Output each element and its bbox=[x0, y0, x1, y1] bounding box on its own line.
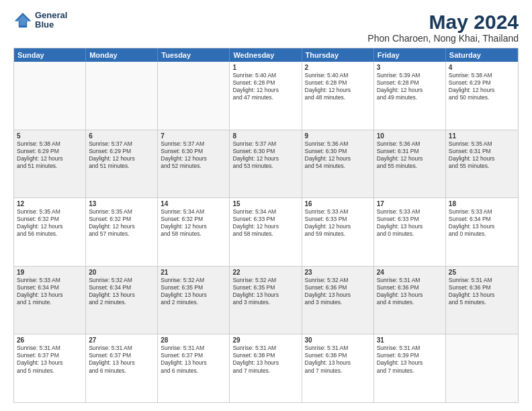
calendar: Sunday Monday Tuesday Wednesday Thursday… bbox=[13, 48, 519, 403]
day-number: 4 bbox=[449, 64, 515, 71]
cell-text: Sunrise: 5:32 AM Sunset: 6:34 PM Dayligh… bbox=[89, 277, 154, 306]
cell-text: Sunrise: 5:35 AM Sunset: 6:31 PM Dayligh… bbox=[449, 140, 515, 170]
day-number: 9 bbox=[305, 132, 371, 140]
calendar-row-1: 5Sunrise: 5:38 AM Sunset: 6:29 PM Daylig… bbox=[14, 130, 518, 198]
cell-text: Sunrise: 5:31 AM Sunset: 6:37 PM Dayligh… bbox=[161, 345, 226, 374]
cell-text: Sunrise: 5:32 AM Sunset: 6:36 PM Dayligh… bbox=[305, 277, 371, 306]
calendar-cell: 28Sunrise: 5:31 AM Sunset: 6:37 PM Dayli… bbox=[158, 334, 230, 402]
calendar-cell: 3Sunrise: 5:39 AM Sunset: 6:28 PM Daylig… bbox=[374, 62, 446, 130]
calendar-cell: 23Sunrise: 5:32 AM Sunset: 6:36 PM Dayli… bbox=[302, 267, 374, 334]
cell-text: Sunrise: 5:31 AM Sunset: 6:36 PM Dayligh… bbox=[377, 277, 443, 306]
calendar-cell: 10Sunrise: 5:36 AM Sunset: 6:31 PM Dayli… bbox=[374, 130, 446, 198]
header-monday: Monday bbox=[86, 48, 158, 62]
cell-text: Sunrise: 5:31 AM Sunset: 6:37 PM Dayligh… bbox=[17, 345, 83, 374]
calendar-cell: 1Sunrise: 5:40 AM Sunset: 6:28 PM Daylig… bbox=[230, 62, 302, 130]
cell-text: Sunrise: 5:38 AM Sunset: 6:29 PM Dayligh… bbox=[449, 72, 515, 101]
cell-text: Sunrise: 5:34 AM Sunset: 6:33 PM Dayligh… bbox=[232, 208, 298, 238]
calendar-cell: 9Sunrise: 5:36 AM Sunset: 6:30 PM Daylig… bbox=[302, 130, 374, 198]
calendar-row-2: 12Sunrise: 5:35 AM Sunset: 6:32 PM Dayli… bbox=[14, 197, 518, 266]
calendar-cell: 31Sunrise: 5:31 AM Sunset: 6:39 PM Dayli… bbox=[374, 334, 446, 402]
day-number: 20 bbox=[89, 269, 154, 276]
cell-text: Sunrise: 5:33 AM Sunset: 6:33 PM Dayligh… bbox=[377, 208, 443, 238]
cell-text: Sunrise: 5:32 AM Sunset: 6:35 PM Dayligh… bbox=[161, 277, 226, 306]
day-number: 3 bbox=[377, 64, 443, 71]
calendar-cell: 7Sunrise: 5:37 AM Sunset: 6:30 PM Daylig… bbox=[158, 130, 230, 198]
cell-text: Sunrise: 5:37 AM Sunset: 6:29 PM Dayligh… bbox=[89, 140, 154, 170]
calendar-body: 1Sunrise: 5:40 AM Sunset: 6:28 PM Daylig… bbox=[14, 62, 518, 402]
calendar-cell: 5Sunrise: 5:38 AM Sunset: 6:29 PM Daylig… bbox=[14, 130, 86, 198]
cell-text: Sunrise: 5:36 AM Sunset: 6:30 PM Dayligh… bbox=[305, 140, 371, 170]
calendar-row-3: 19Sunrise: 5:33 AM Sunset: 6:34 PM Dayli… bbox=[14, 266, 518, 334]
cell-text: Sunrise: 5:37 AM Sunset: 6:30 PM Dayligh… bbox=[232, 140, 298, 170]
calendar-cell: 14Sunrise: 5:34 AM Sunset: 6:32 PM Dayli… bbox=[158, 198, 230, 266]
calendar-cell: 20Sunrise: 5:32 AM Sunset: 6:34 PM Dayli… bbox=[86, 267, 158, 334]
cell-text: Sunrise: 5:31 AM Sunset: 6:37 PM Dayligh… bbox=[89, 345, 154, 374]
day-number: 21 bbox=[161, 269, 226, 276]
cell-text: Sunrise: 5:39 AM Sunset: 6:28 PM Dayligh… bbox=[377, 72, 443, 101]
logo: General Blue bbox=[13, 11, 67, 30]
day-number: 18 bbox=[449, 200, 515, 208]
day-number: 10 bbox=[377, 132, 443, 140]
calendar-cell: 29Sunrise: 5:31 AM Sunset: 6:38 PM Dayli… bbox=[230, 334, 302, 402]
cell-text: Sunrise: 5:35 AM Sunset: 6:32 PM Dayligh… bbox=[89, 208, 154, 238]
calendar-cell: 17Sunrise: 5:33 AM Sunset: 6:33 PM Dayli… bbox=[374, 198, 446, 266]
cell-text: Sunrise: 5:31 AM Sunset: 6:38 PM Dayligh… bbox=[232, 345, 298, 374]
cell-text: Sunrise: 5:34 AM Sunset: 6:32 PM Dayligh… bbox=[161, 208, 226, 238]
calendar-cell: 13Sunrise: 5:35 AM Sunset: 6:32 PM Dayli… bbox=[86, 198, 158, 266]
day-number: 27 bbox=[89, 336, 154, 344]
logo-icon bbox=[13, 11, 32, 30]
calendar-cell: 22Sunrise: 5:32 AM Sunset: 6:35 PM Dayli… bbox=[230, 267, 302, 334]
cell-text: Sunrise: 5:38 AM Sunset: 6:29 PM Dayligh… bbox=[17, 140, 83, 170]
cell-text: Sunrise: 5:40 AM Sunset: 6:28 PM Dayligh… bbox=[305, 72, 371, 101]
day-number: 13 bbox=[89, 200, 154, 208]
cell-text: Sunrise: 5:35 AM Sunset: 6:32 PM Dayligh… bbox=[17, 208, 83, 238]
header: General Blue May 2024 Phon Charoen, Nong… bbox=[13, 11, 519, 44]
calendar-cell: 2Sunrise: 5:40 AM Sunset: 6:28 PM Daylig… bbox=[302, 62, 374, 130]
day-number: 15 bbox=[232, 200, 298, 208]
cell-text: Sunrise: 5:33 AM Sunset: 6:33 PM Dayligh… bbox=[305, 208, 371, 238]
cell-text: Sunrise: 5:32 AM Sunset: 6:35 PM Dayligh… bbox=[232, 277, 298, 306]
calendar-cell: 12Sunrise: 5:35 AM Sunset: 6:32 PM Dayli… bbox=[14, 198, 86, 266]
calendar-cell: 30Sunrise: 5:31 AM Sunset: 6:38 PM Dayli… bbox=[302, 334, 374, 402]
logo-text: General Blue bbox=[35, 11, 67, 30]
day-number: 6 bbox=[89, 132, 154, 140]
calendar-row-4: 26Sunrise: 5:31 AM Sunset: 6:37 PM Dayli… bbox=[14, 334, 518, 402]
day-number: 30 bbox=[305, 336, 371, 344]
header-saturday: Saturday bbox=[446, 48, 518, 62]
day-number: 8 bbox=[232, 132, 298, 140]
day-number: 26 bbox=[17, 336, 83, 344]
header-friday: Friday bbox=[374, 48, 446, 62]
cell-text: Sunrise: 5:31 AM Sunset: 6:39 PM Dayligh… bbox=[377, 345, 443, 374]
calendar-cell: 21Sunrise: 5:32 AM Sunset: 6:35 PM Dayli… bbox=[158, 267, 230, 334]
calendar-cell bbox=[446, 334, 518, 402]
calendar-cell: 18Sunrise: 5:33 AM Sunset: 6:34 PM Dayli… bbox=[446, 198, 518, 266]
calendar-cell bbox=[86, 62, 158, 130]
day-number: 28 bbox=[161, 336, 226, 344]
calendar-cell: 4Sunrise: 5:38 AM Sunset: 6:29 PM Daylig… bbox=[446, 62, 518, 130]
page: General Blue May 2024 Phon Charoen, Nong… bbox=[0, 0, 532, 411]
day-number: 16 bbox=[305, 200, 371, 208]
day-number: 29 bbox=[232, 336, 298, 344]
calendar-cell bbox=[158, 62, 230, 130]
day-number: 24 bbox=[377, 269, 443, 276]
calendar-cell: 26Sunrise: 5:31 AM Sunset: 6:37 PM Dayli… bbox=[14, 334, 86, 402]
day-number: 22 bbox=[232, 269, 298, 276]
calendar-cell: 25Sunrise: 5:31 AM Sunset: 6:36 PM Dayli… bbox=[446, 267, 518, 334]
location-title: Phon Charoen, Nong Khai, Thailand bbox=[367, 33, 519, 44]
cell-text: Sunrise: 5:36 AM Sunset: 6:31 PM Dayligh… bbox=[377, 140, 443, 170]
day-number: 2 bbox=[305, 64, 371, 71]
cell-text: Sunrise: 5:37 AM Sunset: 6:30 PM Dayligh… bbox=[161, 140, 226, 170]
calendar-cell: 11Sunrise: 5:35 AM Sunset: 6:31 PM Dayli… bbox=[446, 130, 518, 198]
calendar-cell bbox=[14, 62, 86, 130]
header-wednesday: Wednesday bbox=[230, 48, 302, 62]
day-number: 7 bbox=[161, 132, 226, 140]
day-number: 31 bbox=[377, 336, 443, 344]
header-tuesday: Tuesday bbox=[158, 48, 230, 62]
calendar-cell: 8Sunrise: 5:37 AM Sunset: 6:30 PM Daylig… bbox=[230, 130, 302, 198]
calendar-cell: 16Sunrise: 5:33 AM Sunset: 6:33 PM Dayli… bbox=[302, 198, 374, 266]
calendar-cell: 27Sunrise: 5:31 AM Sunset: 6:37 PM Dayli… bbox=[86, 334, 158, 402]
day-number: 19 bbox=[17, 269, 83, 276]
day-number: 5 bbox=[17, 132, 83, 140]
title-block: May 2024 Phon Charoen, Nong Khai, Thaila… bbox=[367, 11, 519, 44]
day-number: 1 bbox=[232, 64, 298, 71]
